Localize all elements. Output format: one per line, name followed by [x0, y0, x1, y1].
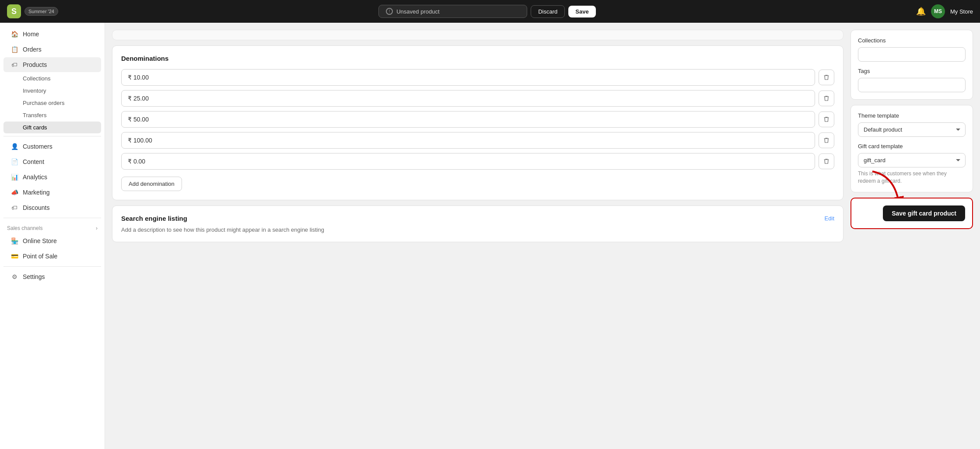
customers-icon: 👤	[10, 143, 18, 150]
edit-listing-link[interactable]: Edit	[825, 215, 834, 222]
sidebar-subitem-inventory[interactable]: Inventory	[4, 85, 101, 97]
theme-template-select[interactable]: Default product	[858, 122, 966, 137]
delete-denom-1-button[interactable]	[819, 70, 834, 85]
notification-icon[interactable]: 🔔	[916, 7, 926, 16]
theme-template-card: Theme template Default product Gift card…	[850, 105, 973, 192]
denom-input-1[interactable]	[121, 69, 815, 86]
tags-input[interactable]	[858, 78, 966, 92]
add-denomination-button[interactable]: Add denomination	[121, 177, 182, 191]
sidebar-subitem-label: Purchase orders	[23, 100, 64, 106]
sidebar-divider	[4, 136, 101, 136]
trash-icon	[823, 74, 830, 80]
delete-denom-2-button[interactable]	[819, 90, 834, 106]
pos-icon: 💳	[10, 252, 18, 260]
sidebar-item-discounts[interactable]: 🏷 Discounts	[4, 200, 101, 215]
online-store-icon: 🏪	[10, 237, 18, 245]
topbar-actions: Discard Save	[531, 5, 595, 18]
sidebar-item-label: Products	[23, 61, 47, 68]
sidebar-item-analytics[interactable]: 📊 Analytics	[4, 170, 101, 184]
sidebar-subitem-label: Collections	[23, 75, 51, 82]
denom-row-3	[121, 111, 834, 128]
sidebar: 🏠 Home 📋 Orders 🏷 Products Collections I…	[0, 23, 105, 449]
save-card-container: Save gift card product	[850, 198, 973, 229]
sales-channels-label: Sales channels	[7, 225, 42, 231]
delete-denom-3-button[interactable]	[819, 111, 834, 127]
settings-icon: ⚙	[10, 273, 18, 281]
discounts-icon: 🏷	[10, 204, 18, 212]
gift-card-template-select[interactable]: gift_card	[858, 153, 966, 167]
tags-label: Tags	[858, 68, 966, 74]
sidebar-item-label: Analytics	[23, 174, 47, 181]
sidebar-item-label: Home	[23, 31, 39, 38]
sidebar-item-customers[interactable]: 👤 Customers	[4, 139, 101, 154]
trash-icon-2	[823, 95, 830, 101]
sidebar-item-point-of-sale[interactable]: 💳 Point of Sale	[4, 249, 101, 264]
discard-button[interactable]: Discard	[531, 5, 565, 18]
sidebar-subitem-gift-cards[interactable]: Gift cards	[4, 122, 101, 133]
sidebar-subitem-label: Transfers	[23, 112, 46, 118]
main-layout: 🏠 Home 📋 Orders 🏷 Products Collections I…	[0, 23, 980, 449]
products-icon: 🏷	[10, 61, 18, 69]
save-button-top[interactable]: Save	[568, 6, 595, 17]
sidebar-item-online-store[interactable]: 🏪 Online Store	[4, 233, 101, 248]
collections-input[interactable]	[858, 47, 966, 62]
denom-row-2	[121, 90, 834, 107]
denom-input-5[interactable]	[121, 153, 815, 170]
logo-area: S Summer '24	[7, 4, 58, 18]
warning-icon: !	[386, 8, 393, 15]
search-listing-header: Search engine listing Edit	[121, 215, 834, 222]
sidebar-item-products[interactable]: 🏷 Products	[4, 57, 101, 72]
trash-icon-3	[823, 116, 830, 122]
denominations-card: Denominations	[112, 45, 844, 200]
sidebar-item-label: Customers	[23, 143, 52, 150]
save-gift-card-button[interactable]: Save gift card product	[883, 205, 965, 221]
sidebar-item-marketing[interactable]: 📣 Marketing	[4, 185, 101, 200]
collections-tags-card: Collections Tags	[850, 30, 973, 100]
denominations-title: Denominations	[121, 55, 834, 62]
trash-icon-5	[823, 158, 830, 164]
denom-input-3[interactable]	[121, 111, 815, 128]
sidebar-item-label: Point of Sale	[23, 253, 57, 260]
trash-icon-4	[823, 137, 830, 143]
side-column: Collections Tags Theme template Default …	[850, 30, 973, 442]
avatar: MS	[931, 4, 945, 18]
search-listing-desc: Add a description to see how this produc…	[121, 226, 834, 233]
search-listing-title: Search engine listing	[121, 215, 187, 222]
denom-input-2[interactable]	[121, 90, 815, 107]
sidebar-item-label: Content	[23, 158, 44, 165]
sidebar-subitem-purchase-orders[interactable]: Purchase orders	[4, 97, 101, 109]
analytics-icon: 📊	[10, 173, 18, 181]
sales-channels-section: Sales channels ›	[0, 222, 105, 233]
gift-card-template-label: Gift card template	[858, 143, 966, 150]
expand-icon[interactable]: ›	[96, 225, 98, 231]
denom-input-4[interactable]	[121, 132, 815, 149]
sidebar-item-label: Marketing	[23, 189, 49, 196]
version-badge: Summer '24	[24, 7, 58, 16]
orders-icon: 📋	[10, 45, 18, 53]
collections-label: Collections	[858, 37, 966, 44]
sidebar-subitem-transfers[interactable]: Transfers	[4, 109, 101, 121]
sidebar-divider-2	[4, 218, 101, 218]
unsaved-bar: ! Unsaved product	[378, 5, 527, 18]
sidebar-item-orders[interactable]: 📋 Orders	[4, 42, 101, 57]
sidebar-item-settings[interactable]: ⚙ Settings	[4, 269, 101, 284]
save-gift-card-area: Save gift card product	[850, 198, 973, 229]
delete-denom-4-button[interactable]	[819, 132, 834, 148]
top-card-stub	[112, 30, 844, 40]
sidebar-subitem-collections[interactable]: Collections	[4, 73, 101, 84]
content-icon: 📄	[10, 158, 18, 166]
sidebar-subitem-label: Gift cards	[23, 124, 47, 131]
sidebar-item-home[interactable]: 🏠 Home	[4, 27, 101, 42]
sidebar-divider-3	[4, 266, 101, 267]
sidebar-subitem-label: Inventory	[23, 87, 46, 94]
sidebar-item-label: Online Store	[23, 237, 57, 244]
delete-denom-5-button[interactable]	[819, 153, 834, 169]
gift-card-template-section: Gift card template gift_card This is wha…	[858, 143, 966, 185]
marketing-icon: 📣	[10, 188, 18, 196]
denom-row-1	[121, 69, 834, 86]
sidebar-item-content[interactable]: 📄 Content	[4, 154, 101, 169]
topbar: S Summer '24 ! Unsaved product Discard S…	[0, 0, 980, 23]
theme-template-label: Theme template	[858, 112, 966, 119]
sidebar-item-label: Orders	[23, 46, 42, 53]
topbar-right: 🔔 MS My Store	[916, 4, 973, 18]
